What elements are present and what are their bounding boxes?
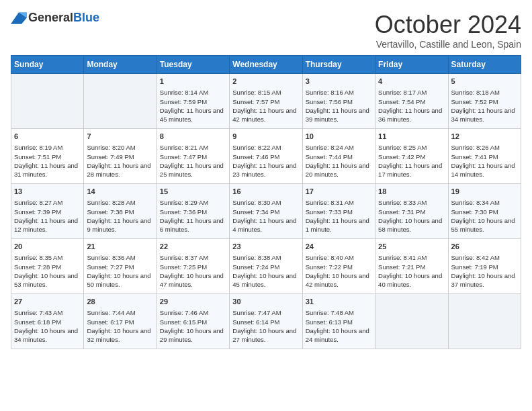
day-number: 15 <box>160 187 226 197</box>
day-number: 11 <box>378 132 445 142</box>
day-number: 14 <box>87 187 153 197</box>
day-info: Sunrise: 8:29 AM Sunset: 7:36 PM Dayligh… <box>160 198 226 234</box>
calendar-cell <box>11 74 84 129</box>
day-number: 22 <box>160 242 226 252</box>
calendar-cell: 30Sunrise: 7:47 AM Sunset: 6:14 PM Dayli… <box>230 294 302 349</box>
calendar-cell: 10Sunrise: 8:24 AM Sunset: 7:44 PM Dayli… <box>302 129 375 184</box>
day-number: 27 <box>14 297 81 307</box>
day-number: 21 <box>87 242 153 252</box>
day-info: Sunrise: 7:47 AM Sunset: 6:14 PM Dayligh… <box>232 308 299 344</box>
calendar-cell: 1Sunrise: 8:14 AM Sunset: 7:59 PM Daylig… <box>157 74 229 129</box>
day-info: Sunrise: 8:38 AM Sunset: 7:24 PM Dayligh… <box>232 253 299 289</box>
day-info: Sunrise: 8:36 AM Sunset: 7:27 PM Dayligh… <box>87 253 153 289</box>
month-title: October 2024 <box>375 11 521 39</box>
calendar-cell: 2Sunrise: 8:15 AM Sunset: 7:57 PM Daylig… <box>230 74 302 129</box>
day-info: Sunrise: 8:19 AM Sunset: 7:51 PM Dayligh… <box>14 143 81 179</box>
day-number: 5 <box>451 77 518 87</box>
page-header: GeneralBlue October 2024 Vertavillo, Cas… <box>11 11 521 50</box>
day-number: 2 <box>232 77 299 87</box>
day-info: Sunrise: 8:16 AM Sunset: 7:56 PM Dayligh… <box>306 88 372 124</box>
day-number: 7 <box>87 132 153 142</box>
day-number: 10 <box>306 132 372 142</box>
day-number: 19 <box>451 187 518 197</box>
calendar-cell: 23Sunrise: 8:38 AM Sunset: 7:24 PM Dayli… <box>230 239 302 294</box>
day-number: 8 <box>160 132 226 142</box>
calendar-cell <box>375 294 448 349</box>
calendar-cell: 31Sunrise: 7:48 AM Sunset: 6:13 PM Dayli… <box>302 294 375 349</box>
calendar-cell: 13Sunrise: 8:27 AM Sunset: 7:39 PM Dayli… <box>11 184 84 239</box>
logo: GeneralBlue <box>11 11 99 25</box>
day-info: Sunrise: 8:22 AM Sunset: 7:46 PM Dayligh… <box>232 143 299 179</box>
calendar-cell: 19Sunrise: 8:34 AM Sunset: 7:30 PM Dayli… <box>448 184 521 239</box>
day-info: Sunrise: 8:31 AM Sunset: 7:33 PM Dayligh… <box>306 198 372 234</box>
calendar-cell: 21Sunrise: 8:36 AM Sunset: 7:27 PM Dayli… <box>84 239 157 294</box>
day-info: Sunrise: 8:18 AM Sunset: 7:52 PM Dayligh… <box>451 88 518 124</box>
weekday-header: Tuesday <box>157 56 229 74</box>
day-number: 29 <box>160 297 226 307</box>
day-info: Sunrise: 8:42 AM Sunset: 7:19 PM Dayligh… <box>451 253 518 289</box>
calendar-cell: 24Sunrise: 8:40 AM Sunset: 7:22 PM Dayli… <box>302 239 375 294</box>
calendar-cell: 22Sunrise: 8:37 AM Sunset: 7:25 PM Dayli… <box>157 239 229 294</box>
weekday-header: Wednesday <box>230 56 302 74</box>
calendar-table: SundayMondayTuesdayWednesdayThursdayFrid… <box>11 55 521 349</box>
day-number: 6 <box>14 132 81 142</box>
day-info: Sunrise: 8:14 AM Sunset: 7:59 PM Dayligh… <box>160 88 226 124</box>
calendar-week-row: 6Sunrise: 8:19 AM Sunset: 7:51 PM Daylig… <box>11 129 521 184</box>
calendar-week-row: 20Sunrise: 8:35 AM Sunset: 7:28 PM Dayli… <box>11 239 521 294</box>
calendar-cell: 15Sunrise: 8:29 AM Sunset: 7:36 PM Dayli… <box>157 184 229 239</box>
calendar-cell: 7Sunrise: 8:20 AM Sunset: 7:49 PM Daylig… <box>84 129 157 184</box>
day-info: Sunrise: 8:25 AM Sunset: 7:42 PM Dayligh… <box>378 143 445 179</box>
day-number: 25 <box>378 242 445 252</box>
weekday-header: Saturday <box>448 56 521 74</box>
weekday-header: Monday <box>84 56 157 74</box>
day-number: 30 <box>232 297 299 307</box>
day-info: Sunrise: 8:20 AM Sunset: 7:49 PM Dayligh… <box>87 143 153 179</box>
day-info: Sunrise: 7:43 AM Sunset: 6:18 PM Dayligh… <box>14 308 81 344</box>
calendar-week-row: 13Sunrise: 8:27 AM Sunset: 7:39 PM Dayli… <box>11 184 521 239</box>
day-number: 16 <box>232 187 299 197</box>
day-number: 31 <box>306 297 372 307</box>
day-info: Sunrise: 8:41 AM Sunset: 7:21 PM Dayligh… <box>378 253 445 289</box>
calendar-cell: 28Sunrise: 7:44 AM Sunset: 6:17 PM Dayli… <box>84 294 157 349</box>
day-number: 9 <box>232 132 299 142</box>
calendar-cell: 5Sunrise: 8:18 AM Sunset: 7:52 PM Daylig… <box>448 74 521 129</box>
day-number: 1 <box>160 77 226 87</box>
calendar-cell: 9Sunrise: 8:22 AM Sunset: 7:46 PM Daylig… <box>230 129 302 184</box>
day-info: Sunrise: 7:46 AM Sunset: 6:15 PM Dayligh… <box>160 308 226 344</box>
location: Vertavillo, Castille and Leon, Spain <box>375 39 521 50</box>
day-number: 20 <box>14 242 81 252</box>
calendar-cell: 25Sunrise: 8:41 AM Sunset: 7:21 PM Dayli… <box>375 239 448 294</box>
calendar-cell: 12Sunrise: 8:26 AM Sunset: 7:41 PM Dayli… <box>448 129 521 184</box>
calendar-cell: 6Sunrise: 8:19 AM Sunset: 7:51 PM Daylig… <box>11 129 84 184</box>
title-section: October 2024 Vertavillo, Castille and Le… <box>375 11 521 50</box>
calendar-cell: 3Sunrise: 8:16 AM Sunset: 7:56 PM Daylig… <box>302 74 375 129</box>
logo-general: General <box>28 11 73 25</box>
calendar-cell <box>448 294 521 349</box>
calendar-cell: 29Sunrise: 7:46 AM Sunset: 6:15 PM Dayli… <box>157 294 229 349</box>
day-number: 13 <box>14 187 81 197</box>
day-info: Sunrise: 8:30 AM Sunset: 7:34 PM Dayligh… <box>232 198 299 234</box>
calendar-cell: 26Sunrise: 8:42 AM Sunset: 7:19 PM Dayli… <box>448 239 521 294</box>
weekday-header: Thursday <box>302 56 375 74</box>
day-info: Sunrise: 7:44 AM Sunset: 6:17 PM Dayligh… <box>87 308 153 344</box>
day-info: Sunrise: 8:37 AM Sunset: 7:25 PM Dayligh… <box>160 253 226 289</box>
day-info: Sunrise: 8:21 AM Sunset: 7:47 PM Dayligh… <box>160 143 226 179</box>
day-info: Sunrise: 8:34 AM Sunset: 7:30 PM Dayligh… <box>451 198 518 234</box>
day-info: Sunrise: 7:48 AM Sunset: 6:13 PM Dayligh… <box>306 308 372 344</box>
logo-icon <box>11 12 27 24</box>
day-info: Sunrise: 8:17 AM Sunset: 7:54 PM Dayligh… <box>378 88 445 124</box>
day-number: 26 <box>451 242 518 252</box>
day-number: 23 <box>232 242 299 252</box>
calendar-cell: 16Sunrise: 8:30 AM Sunset: 7:34 PM Dayli… <box>230 184 302 239</box>
weekday-header: Sunday <box>11 56 84 74</box>
day-info: Sunrise: 8:15 AM Sunset: 7:57 PM Dayligh… <box>232 88 299 124</box>
calendar-cell: 18Sunrise: 8:33 AM Sunset: 7:31 PM Dayli… <box>375 184 448 239</box>
day-info: Sunrise: 8:27 AM Sunset: 7:39 PM Dayligh… <box>14 198 81 234</box>
day-number: 17 <box>306 187 372 197</box>
calendar-cell: 17Sunrise: 8:31 AM Sunset: 7:33 PM Dayli… <box>302 184 375 239</box>
day-number: 4 <box>378 77 445 87</box>
calendar-cell: 4Sunrise: 8:17 AM Sunset: 7:54 PM Daylig… <box>375 74 448 129</box>
calendar-cell: 14Sunrise: 8:28 AM Sunset: 7:38 PM Dayli… <box>84 184 157 239</box>
calendar-cell: 11Sunrise: 8:25 AM Sunset: 7:42 PM Dayli… <box>375 129 448 184</box>
day-number: 18 <box>378 187 445 197</box>
